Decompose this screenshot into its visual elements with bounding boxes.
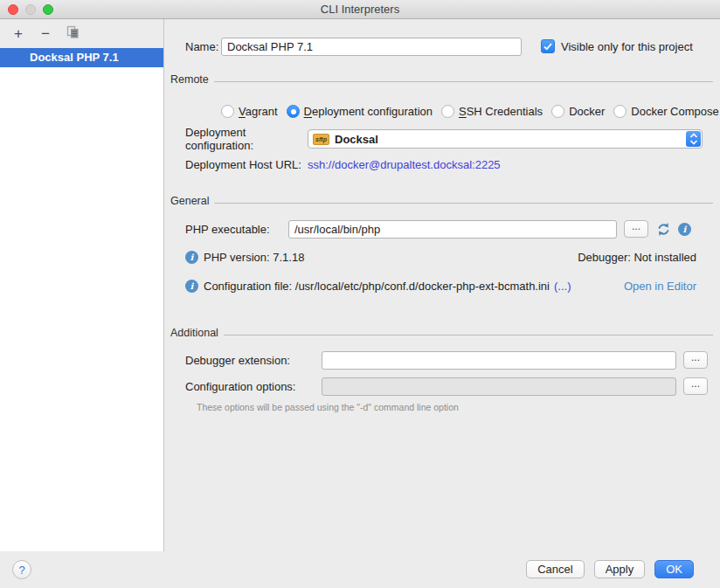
deployment-configuration-value: Docksal — [335, 133, 378, 146]
radio-circle-icon — [551, 105, 564, 118]
combo-stepper-icon — [686, 131, 701, 147]
minimize-window-button — [25, 4, 36, 15]
close-window-button[interactable] — [8, 4, 18, 15]
php-version-text: PHP version: 7.1.18 — [204, 251, 304, 264]
radio-label: SSH Credentials — [459, 105, 543, 118]
radio-circle-icon — [221, 105, 234, 118]
visible-only-checkbox[interactable] — [541, 39, 555, 53]
section-divider — [214, 203, 713, 204]
info-icon[interactable]: i — [678, 223, 691, 236]
list-item-interpreter[interactable]: Docksal PHP 7.1 — [0, 48, 163, 67]
configuration-options-input[interactable] — [322, 377, 676, 396]
configuration-file-text: Configuration file: /usr/local/etc/php/c… — [204, 280, 550, 293]
radio-label: Vagrant — [239, 105, 278, 118]
radio-label: Docker Compose — [631, 105, 718, 118]
remove-interpreter-button[interactable]: − — [38, 26, 53, 42]
info-icon: i — [185, 251, 198, 264]
remote-section-title: Remote — [170, 73, 209, 86]
general-section-title: General — [170, 195, 209, 207]
remote-section-header: Remote — [170, 73, 713, 86]
php-executable-browse-button[interactable]: ... — [624, 220, 648, 238]
apply-button[interactable]: Apply — [594, 560, 646, 578]
add-interpreter-button[interactable]: + — [10, 26, 26, 42]
zoom-window-button[interactable] — [43, 4, 53, 15]
radio-vagrant[interactable]: Vagrant — [221, 105, 278, 118]
deployment-configuration-select[interactable]: sftp Docksal — [308, 129, 703, 149]
general-section-header: General — [170, 195, 713, 207]
deployment-configuration-label: Deployment configuration: — [185, 126, 308, 152]
php-executable-label: PHP executable: — [185, 223, 288, 236]
section-divider — [214, 81, 713, 82]
deployment-host-url-label: Deployment Host URL: — [185, 158, 308, 171]
php-executable-input[interactable] — [288, 220, 617, 239]
options-note-text: These options will be passed using the "… — [197, 401, 459, 413]
debugger-status-text: Debugger: Not installed — [578, 251, 696, 264]
radio-label: Docker — [569, 105, 605, 118]
cancel-button[interactable]: Cancel — [526, 560, 584, 578]
title-bar: CLI Interpreters — [0, 0, 720, 19]
interpreter-list: Docksal PHP 7.1 — [0, 48, 163, 551]
check-icon — [543, 43, 552, 51]
sidebar-toolbar: + − — [0, 19, 163, 48]
debugger-extension-browse-button[interactable]: ... — [683, 351, 708, 369]
section-divider — [224, 335, 713, 336]
additional-section-title: Additional — [170, 327, 218, 339]
name-label: Name: — [185, 40, 221, 53]
radio-circle-icon — [613, 105, 627, 118]
radio-circle-icon — [441, 105, 454, 118]
radio-ssh-credentials[interactable]: SSH Credentials — [441, 105, 543, 118]
debugger-extension-input[interactable] — [322, 351, 676, 370]
configuration-options-browse-button[interactable]: ... — [683, 377, 708, 395]
radio-docker-compose[interactable]: Docker Compose — [613, 105, 718, 118]
reload-phpinfo-icon[interactable] — [656, 222, 671, 237]
copy-icon — [66, 25, 80, 43]
info-icon: i — [185, 280, 198, 293]
deployment-host-url-value: ssh://docker@drupaltest.docksal:2225 — [308, 158, 501, 171]
dialog-footer: ? Cancel Apply OK — [0, 551, 720, 588]
visible-only-label: Visible only for this project — [561, 40, 693, 53]
sftp-server-icon: sftp — [313, 134, 329, 145]
radio-deployment-configuration[interactable]: Deployment configuration — [287, 105, 433, 118]
window-title: CLI Interpreters — [0, 0, 720, 18]
open-in-editor-link[interactable]: Open in Editor — [624, 280, 696, 293]
ok-button[interactable]: OK — [654, 560, 694, 578]
configuration-options-label: Configuration options: — [185, 380, 322, 393]
duplicate-interpreter-button[interactable] — [65, 26, 80, 42]
radio-label: Deployment configuration — [304, 105, 433, 118]
interpreters-sidebar: + − Docksal PHP 7.1 — [0, 19, 164, 551]
name-input[interactable] — [221, 38, 522, 56]
show-full-config-path-link[interactable]: (...) — [554, 280, 571, 293]
debugger-extension-label: Debugger extension: — [185, 354, 322, 367]
interpreter-settings-panel: Name: Visible only for this project Remo… — [165, 19, 720, 551]
help-button[interactable]: ? — [12, 560, 31, 579]
radio-docker[interactable]: Docker — [551, 105, 605, 118]
additional-section-header: Additional — [170, 327, 713, 339]
remote-type-radio-group: Vagrant Deployment configuration SSH Cre… — [221, 103, 720, 119]
radio-circle-selected-icon — [287, 105, 300, 118]
